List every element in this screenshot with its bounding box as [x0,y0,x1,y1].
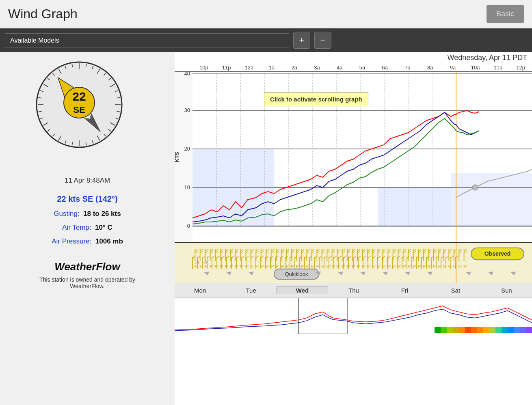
svg-rect-211 [441,327,447,333]
nav-day-tue[interactable]: Tue [225,287,276,294]
svg-text:SE: SE [73,105,85,115]
svg-text:40: 40 [184,72,190,77]
svg-rect-56 [378,187,451,226]
page-title: Wind Graph [8,6,78,22]
air-pressure-label: Air Pressure: [52,237,91,245]
air-temp-row: Air Temp: 10° C [52,221,123,235]
wind-speed: 22 kts SE (142°) [52,191,123,207]
time-label: 11a [487,65,510,71]
svg-point-70 [472,185,478,190]
basic-button[interactable]: Basic [487,5,524,23]
time-label: 12a [238,65,260,71]
zoom-in-button[interactable]: + [293,32,310,49]
mini-graph-area[interactable] [175,297,532,334]
svg-marker-201 [489,270,494,276]
weather-info: 11 Apr 8:48AM 22 kts SE (142°) Gusting: … [52,174,123,248]
nav-day-wed[interactable]: Wed [277,287,328,294]
graph-area[interactable]: SAILFLOW Click to activate scrolling gra… [175,72,532,242]
time-label: 5a [351,65,374,71]
svg-rect-225 [526,327,532,333]
time-label: 11p [215,65,238,71]
model-select[interactable]: Available Models [5,33,289,47]
time-label: 6a [374,65,396,71]
svg-text:22: 22 [72,90,86,103]
svg-marker-199 [428,270,433,276]
time-label: 10p [192,65,215,71]
time-label: 8a [419,65,441,71]
svg-marker-197 [383,270,389,276]
scroll-tooltip[interactable]: Click to activate scrolling graph [264,92,368,106]
nav-day-sun[interactable]: Sun [481,287,532,294]
air-pressure-value: 1006 mb [95,237,123,245]
svg-rect-214 [459,327,465,333]
svg-marker-198 [405,270,411,276]
time-label: 9a [441,65,464,71]
compass-container: 22 SE [35,60,140,166]
svg-rect-220 [495,327,502,333]
svg-marker-202 [511,270,517,276]
datetime: 11 Apr 8:48AM [52,174,123,187]
air-temp-label: Air Temp: [62,224,91,231]
weatherflow-description: This station is owned and operated by We… [39,276,136,289]
nav-bar: MonTueWedThuFriSatSun [175,283,532,297]
svg-marker-196 [361,270,366,276]
wind-barb-area: /* barbs */ Observed Quicklook [175,242,532,283]
svg-rect-57 [451,173,532,226]
svg-marker-193 [249,270,255,276]
svg-rect-206 [192,247,467,267]
svg-marker-200 [466,270,472,276]
svg-rect-223 [514,327,520,333]
time-label: 1a [260,65,283,71]
air-pressure-row: Air Pressure: 1006 mb [52,235,123,248]
mini-graph-svg [175,298,532,334]
gusting-value: 18 to 26 kts [83,210,121,218]
time-label: 7a [396,65,419,71]
svg-marker-191 [204,270,210,276]
svg-rect-218 [483,327,489,333]
svg-rect-213 [453,327,459,333]
air-temp-value: 10° C [95,224,112,231]
nav-day-fri[interactable]: Fri [379,287,430,294]
svg-marker-195 [338,270,344,276]
gusting-row: Gusting: 18 to 26 kts [52,207,123,221]
time-label: 3a [306,65,329,71]
svg-text:0: 0 [187,223,190,229]
graph-date: Wednesday, Apr 11 PDT [448,54,527,62]
svg-rect-212 [447,327,453,333]
svg-text:10: 10 [184,184,190,190]
time-label: 10a [464,65,487,71]
graph-header: Wednesday, Apr 11 PDT [175,52,532,64]
nav-day-mon[interactable]: Mon [175,287,225,294]
left-panel: 22 SE 11 Apr 8:48AM 22 kts SE (142°) Gus… [0,52,175,405]
svg-rect-222 [508,327,514,333]
time-axis-row: 10p11p12a1a2a3a4a5a6a7a8a9a10a11a12p [175,64,532,72]
branding: WeatherFlow This station is owned and op… [39,261,136,289]
title-bar: Wind Graph Basic [0,0,532,28]
svg-rect-216 [471,327,477,333]
svg-text:30: 30 [184,107,190,113]
barb-pattern-svg [192,247,467,267]
time-label: 2a [283,65,306,71]
svg-marker-192 [227,270,232,276]
svg-rect-217 [477,327,483,333]
svg-text:KTS: KTS [175,152,180,162]
svg-text:20: 20 [184,146,190,152]
gusting-label: Gusting: [54,210,79,218]
svg-rect-219 [489,327,495,333]
svg-text:Observed: Observed [484,250,511,257]
svg-rect-210 [435,327,441,333]
wind-compass: 22 SE [35,60,124,149]
svg-rect-221 [502,327,508,333]
nav-day-sat[interactable]: Sat [430,287,481,294]
app: Wind Graph Basic Available Models + − [0,0,532,405]
main-content: 22 SE 11 Apr 8:48AM 22 kts SE (142°) Gus… [0,52,532,405]
svg-rect-224 [520,327,526,333]
right-panel: Wednesday, Apr 11 PDT 10p11p12a1a2a3a4a5… [175,52,532,405]
barb-pattern [192,247,467,267]
weatherflow-logo: WeatherFlow [39,261,136,273]
zoom-out-button[interactable]: − [314,32,331,49]
time-label: 12p [509,65,532,71]
svg-text:Quicklook: Quicklook [285,271,308,277]
svg-rect-215 [465,327,471,333]
nav-day-thu[interactable]: Thu [328,287,379,294]
